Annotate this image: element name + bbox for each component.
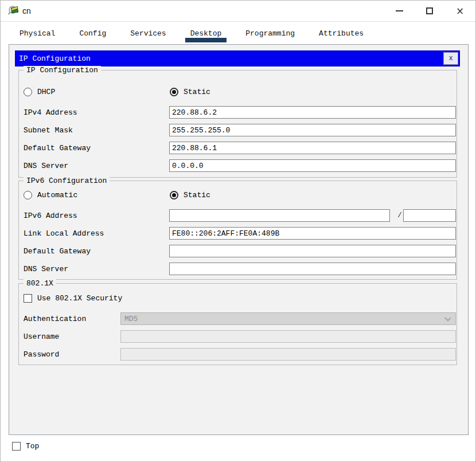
- link-local-address-label: Link Local Address: [24, 229, 104, 238]
- ipv4-address-label: IPv4 Address: [24, 108, 77, 117]
- window-titlebar[interactable]: cn ×: [1, 1, 475, 22]
- ipv6-prefix-input[interactable]: [403, 209, 456, 222]
- top-checkbox[interactable]: Top: [12, 442, 39, 451]
- ipv6-automatic-radio[interactable]: Automatic: [24, 191, 77, 199]
- ipv6-dns-server-label: DNS Server: [24, 265, 68, 273]
- use-dot1x-security-checkbox-box: [24, 294, 32, 303]
- ipv4-address-input[interactable]: [169, 106, 456, 119]
- ipv4-default-gateway-input[interactable]: [169, 142, 456, 154]
- tab-attributes[interactable]: Attributes: [314, 28, 369, 42]
- tab-physical[interactable]: Physical: [14, 28, 60, 42]
- authentication-label: Authentication: [24, 315, 86, 323]
- ipv6-default-gateway-label: Default Gateway: [24, 247, 91, 256]
- tab-desktop[interactable]: Desktop: [185, 28, 227, 42]
- ipv4-dns-server-label: DNS Server: [24, 162, 68, 170]
- ipv6-group-legend: IPv6 Configuration: [24, 177, 110, 185]
- ipv4-default-gateway-label: Default Gateway: [24, 144, 91, 152]
- ipv6-prefix-separator: /: [397, 211, 402, 220]
- maximize-button[interactable]: [416, 1, 443, 21]
- ipv6-default-gateway-input[interactable]: [169, 245, 456, 257]
- dhcp-radio-circle: [24, 88, 32, 96]
- authentication-dropdown-value: MD5: [124, 315, 138, 323]
- dialog-title: IP Configuration: [15, 54, 91, 63]
- ipv4-configuration-groupbox: IP Configuration DHCP Static IPv4 Addres…: [18, 70, 457, 178]
- ipv6-address-label: IPv6 Address: [24, 212, 77, 220]
- subnet-mask-input[interactable]: [169, 124, 456, 136]
- dot1x-group-legend: 802.1X: [24, 279, 56, 288]
- close-icon: ×: [456, 6, 464, 16]
- username-input[interactable]: [120, 330, 456, 343]
- ipv4-static-radio-circle: [170, 88, 178, 96]
- ipv4-group-legend: IP Configuration: [24, 66, 101, 75]
- window-title: cn: [22, 6, 31, 15]
- password-label: Password: [24, 350, 59, 359]
- packet-tracer-device-icon: [8, 5, 19, 17]
- ipv6-address-input[interactable]: [169, 209, 390, 222]
- ipv6-automatic-radio-circle: [24, 191, 32, 199]
- password-input[interactable]: [120, 348, 456, 361]
- packet-tracer-window: { "window": { "title": "cn", "icon": "pa…: [0, 0, 476, 462]
- minimize-icon: [396, 10, 403, 11]
- desktop-tab-panel: IP Configuration x IP Configuration DHCP…: [9, 44, 469, 435]
- link-local-address-input[interactable]: [169, 227, 456, 240]
- chevron-down-icon: [444, 315, 451, 321]
- use-dot1x-security-checkbox-label: Use 802.1X Security: [37, 294, 122, 303]
- ipv4-static-radio-label: Static: [184, 88, 210, 96]
- ipv6-dns-server-input[interactable]: [169, 263, 456, 275]
- tab-config[interactable]: Config: [74, 28, 111, 42]
- close-button[interactable]: ×: [447, 1, 473, 21]
- tab-services[interactable]: Services: [125, 28, 171, 42]
- use-dot1x-security-checkbox[interactable]: Use 802.1X Security: [24, 294, 122, 303]
- maximize-icon: [426, 7, 433, 14]
- username-label: Username: [24, 332, 59, 341]
- dhcp-radio-label: DHCP: [37, 88, 55, 96]
- subnet-mask-label: Subnet Mask: [24, 126, 73, 135]
- ip-configuration-dialog-titlebar[interactable]: IP Configuration x: [15, 50, 460, 66]
- dhcp-radio[interactable]: DHCP: [24, 88, 55, 96]
- dialog-close-button[interactable]: x: [443, 52, 458, 65]
- tab-programming[interactable]: Programming: [240, 28, 300, 42]
- ipv6-configuration-groupbox: IPv6 Configuration Automatic Static IPv6…: [18, 181, 457, 280]
- ipv6-static-radio-circle: [170, 191, 178, 199]
- ipv6-static-radio-label: Static: [184, 191, 210, 199]
- authentication-dropdown[interactable]: MD5: [120, 312, 456, 325]
- tab-bar: Physical Config Services Desktop Program…: [14, 28, 369, 42]
- ipv4-dns-server-input[interactable]: [169, 159, 456, 172]
- top-checkbox-box: [12, 442, 21, 451]
- ipv4-static-radio[interactable]: Static: [170, 88, 210, 96]
- top-checkbox-label: Top: [26, 442, 39, 451]
- minimize-button[interactable]: [386, 1, 412, 21]
- ipv6-automatic-radio-label: Automatic: [37, 191, 77, 199]
- ipv6-static-radio[interactable]: Static: [170, 191, 210, 199]
- dot1x-groupbox: 802.1X Use 802.1X Security Authenticatio…: [18, 283, 457, 365]
